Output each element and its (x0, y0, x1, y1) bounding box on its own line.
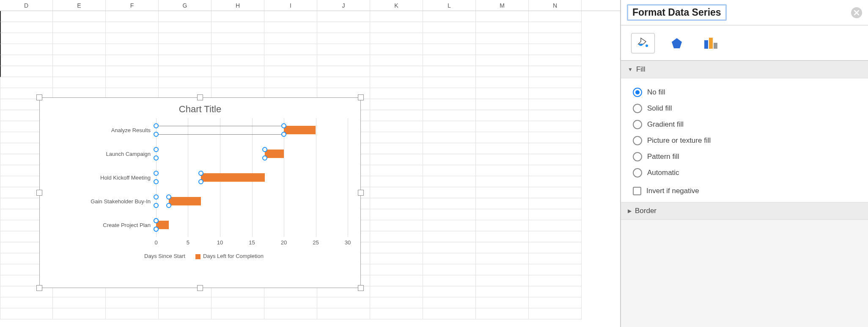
column-header[interactable]: N (529, 0, 582, 11)
selection-marker[interactable] (154, 132, 159, 137)
cell[interactable] (106, 33, 159, 44)
cell[interactable] (370, 198, 423, 209)
cell[interactable] (53, 11, 106, 22)
cell[interactable] (212, 77, 264, 88)
cell[interactable] (53, 22, 106, 33)
cell[interactable] (370, 165, 423, 176)
cell[interactable] (476, 77, 529, 88)
cell[interactable] (529, 66, 582, 77)
cell[interactable] (106, 77, 159, 88)
cell[interactable] (529, 297, 582, 308)
cell[interactable] (212, 11, 264, 22)
cell[interactable] (476, 264, 529, 275)
cell[interactable] (423, 154, 476, 165)
cell[interactable] (529, 55, 582, 66)
cell[interactable] (106, 44, 159, 55)
cell[interactable] (159, 308, 212, 319)
cell[interactable] (370, 187, 423, 198)
selection-marker[interactable] (166, 203, 171, 208)
cell[interactable] (53, 308, 106, 319)
cell[interactable] (370, 264, 423, 275)
cell[interactable] (529, 242, 582, 253)
cell[interactable] (53, 66, 106, 77)
column-header[interactable]: I (264, 0, 317, 11)
resize-handle[interactable] (36, 285, 42, 291)
cell[interactable] (476, 253, 529, 264)
selection-marker[interactable] (154, 218, 159, 223)
cell[interactable] (423, 253, 476, 264)
cell[interactable] (370, 33, 423, 44)
cell[interactable] (106, 22, 159, 33)
cell[interactable] (529, 11, 582, 22)
cell[interactable] (529, 198, 582, 209)
resize-handle[interactable] (358, 190, 364, 196)
cell[interactable] (423, 308, 476, 319)
cell[interactable] (317, 44, 370, 55)
selection-marker[interactable] (198, 179, 203, 184)
cell[interactable] (476, 110, 529, 121)
cell[interactable] (423, 165, 476, 176)
cell[interactable] (264, 11, 317, 22)
cell[interactable] (370, 275, 423, 286)
bar-segment[interactable] (265, 150, 284, 158)
cell[interactable] (476, 11, 529, 22)
cell[interactable] (0, 308, 53, 319)
cell[interactable] (529, 275, 582, 286)
cell[interactable] (476, 22, 529, 33)
cell[interactable] (476, 297, 529, 308)
cell[interactable] (476, 242, 529, 253)
cell[interactable] (370, 22, 423, 33)
cell[interactable] (53, 44, 106, 55)
resize-handle[interactable] (36, 190, 42, 196)
resize-handle[interactable] (358, 285, 364, 291)
selection-marker[interactable] (154, 194, 159, 200)
radio-pattern-fill[interactable]: Pattern fill (633, 149, 856, 165)
cell[interactable] (159, 33, 212, 44)
cell[interactable] (370, 66, 423, 77)
cell[interactable] (476, 132, 529, 143)
cell[interactable] (317, 33, 370, 44)
cell[interactable] (529, 99, 582, 110)
cell[interactable] (529, 220, 582, 231)
cell[interactable] (476, 55, 529, 66)
tab-effects[interactable] (665, 33, 689, 53)
cell[interactable] (370, 308, 423, 319)
cell[interactable] (423, 220, 476, 231)
cell[interactable] (159, 55, 212, 66)
cell[interactable] (0, 44, 53, 55)
cell[interactable] (159, 66, 212, 77)
cell[interactable] (423, 264, 476, 275)
cell[interactable] (370, 253, 423, 264)
cell[interactable] (476, 275, 529, 286)
radio-picture-fill[interactable]: Picture or texture fill (633, 133, 856, 149)
cell[interactable] (529, 132, 582, 143)
cell[interactable] (317, 308, 370, 319)
cell[interactable] (476, 220, 529, 231)
resize-handle[interactable] (358, 94, 364, 100)
cell[interactable] (423, 275, 476, 286)
cell[interactable] (370, 242, 423, 253)
cell[interactable] (106, 11, 159, 22)
checkbox-invert-negative[interactable]: Invert if negative (633, 181, 856, 196)
cell[interactable] (370, 231, 423, 242)
column-header[interactable]: G (159, 0, 212, 11)
cell[interactable] (370, 220, 423, 231)
cell[interactable] (212, 66, 264, 77)
section-fill[interactable]: ▼ Fill (621, 61, 868, 78)
selection-marker[interactable] (262, 155, 267, 161)
panel-title[interactable]: Format Data Series (627, 4, 727, 21)
resize-handle[interactable] (197, 94, 203, 100)
cell[interactable] (53, 33, 106, 44)
cell[interactable] (529, 154, 582, 165)
cell[interactable] (476, 187, 529, 198)
cell[interactable] (317, 11, 370, 22)
cell[interactable] (476, 33, 529, 44)
cell[interactable] (529, 77, 582, 88)
cell[interactable] (476, 99, 529, 110)
cell[interactable] (370, 154, 423, 165)
embedded-chart[interactable]: Chart Title Analyze ResultsLaunch Campai… (39, 97, 361, 288)
cell[interactable] (423, 66, 476, 77)
chart-plot-area[interactable]: Analyze ResultsLaunch CampaignHold Kicko… (48, 118, 352, 249)
column-header[interactable]: H (212, 0, 264, 11)
cell[interactable] (106, 66, 159, 77)
